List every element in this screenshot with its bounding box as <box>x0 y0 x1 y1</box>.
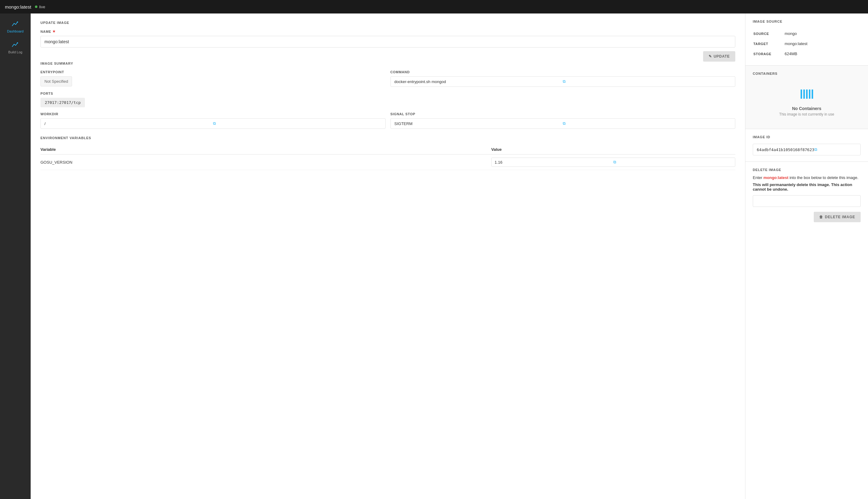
port-badge: 27017:27017/tcp <box>40 98 85 107</box>
env-table: Variable Value GOSU_VERSION 1.16 ⧉ <box>40 145 735 170</box>
no-containers: No Containers This image is not currrent… <box>753 80 861 123</box>
svg-point-1 <box>17 42 18 44</box>
image-id-section: IMAGE ID 64adbf4a41b1050168f87623 ⧉ <box>745 129 868 162</box>
pencil-icon: ✎ <box>709 54 712 59</box>
target-value: mongo:latest <box>785 39 860 48</box>
command-value: docker-entrypoint.sh mongod <box>394 80 563 84</box>
entrypoint-command-grid: ENTRYPOINT Not Specified COMMAND docker-… <box>40 70 735 87</box>
env-variable-name: GOSU_VERSION <box>40 155 491 170</box>
status-dot <box>35 5 37 8</box>
workdir-label: WORKDIR <box>40 112 386 116</box>
required-star: ★ <box>52 29 56 33</box>
svg-rect-3 <box>803 89 805 99</box>
env-copy-icon[interactable]: ⧉ <box>613 160 732 165</box>
svg-rect-5 <box>809 89 810 99</box>
workdir-box: / ⧉ <box>40 118 386 129</box>
storage-key: STORAGE <box>753 49 784 59</box>
ports-label: PORTS <box>40 92 735 95</box>
target-row: TARGET mongo:latest <box>753 39 860 48</box>
env-col-value: Value <box>491 145 735 155</box>
status-badge: live <box>35 4 45 9</box>
command-group: COMMAND docker-entrypoint.sh mongod ⧉ <box>390 70 736 87</box>
topbar: mongo:latest live <box>0 0 868 13</box>
image-id-box: 64adbf4a41b1050168f87623 ⧉ <box>753 144 861 155</box>
sidebar-item-build-log[interactable]: Build Log <box>0 37 30 58</box>
no-containers-sub: This image is not currrently in use <box>779 112 834 117</box>
env-variable-value: 1.16 <box>495 160 613 165</box>
main-layout: Dashboard Build Log UPDATE IMAGE NAME ★ <box>0 13 868 499</box>
env-col-variable: Variable <box>40 145 491 155</box>
right-panel: IMAGE SOURCE SOURCE mongo TARGET mongo:l… <box>745 13 868 499</box>
signal-stop-box: SIGTERM ⧉ <box>390 118 736 129</box>
env-variable-value-cell: 1.16 ⧉ <box>491 155 735 170</box>
table-row: GOSU_VERSION 1.16 ⧉ <box>40 155 735 170</box>
workdir-copy-icon[interactable]: ⧉ <box>213 121 382 126</box>
delete-warning: This will permanantely delete this image… <box>753 182 861 192</box>
delete-image-section: DELETE IMAGE Enter mongo:latest into the… <box>745 162 868 218</box>
image-summary-section: IMAGE SUMMARY ENTRYPOINT Not Specified C… <box>40 62 735 129</box>
containers-title: CONTAINERS <box>753 72 861 75</box>
svg-rect-2 <box>800 89 802 99</box>
container-icon <box>799 86 814 103</box>
source-key: SOURCE <box>753 29 784 38</box>
env-variables-section: ENVIRONMENT VARIABLES Variable Value GOS… <box>40 136 735 170</box>
image-source-section: IMAGE SOURCE SOURCE mongo TARGET mongo:l… <box>745 13 868 65</box>
delete-image-title: DELETE IMAGE <box>753 168 861 172</box>
svg-rect-6 <box>811 89 813 99</box>
command-label: COMMAND <box>390 70 736 74</box>
delete-image-name-highlight: mongo:latest <box>763 175 788 180</box>
delete-image-button[interactable]: 🗑 DELETE IMAGE <box>814 212 861 222</box>
workdir-group: WORKDIR / ⧉ <box>40 112 386 129</box>
image-id-title: IMAGE ID <box>753 135 861 139</box>
image-source-table: SOURCE mongo TARGET mongo:latest STORAGE… <box>753 28 861 59</box>
ports-section: PORTS 27017:27017/tcp <box>40 92 735 107</box>
update-button[interactable]: ✎ UPDATE <box>703 51 736 62</box>
target-key: TARGET <box>753 39 784 48</box>
entrypoint-group: ENTRYPOINT Not Specified <box>40 70 386 87</box>
image-id-copy-icon[interactable]: ⧉ <box>814 147 857 152</box>
storage-value: 624MB <box>785 49 860 59</box>
update-image-title: UPDATE IMAGE <box>40 21 735 25</box>
trash-icon: 🗑 <box>819 215 823 219</box>
workdir-value: / <box>45 121 213 126</box>
command-copy-icon[interactable]: ⧉ <box>563 79 731 84</box>
dashboard-icon <box>11 20 20 28</box>
name-field-label: NAME ★ <box>40 29 735 33</box>
source-value: mongo <box>785 29 860 38</box>
name-input[interactable] <box>40 36 735 48</box>
sidebar-item-dashboard[interactable]: Dashboard <box>0 16 30 37</box>
left-panel: UPDATE IMAGE NAME ★ ✎ UPDATE IMAGE SUMMA… <box>30 13 745 499</box>
command-box: docker-entrypoint.sh mongod ⧉ <box>390 76 736 87</box>
update-image-section: UPDATE IMAGE NAME ★ ✎ UPDATE <box>40 21 735 48</box>
entrypoint-label: ENTRYPOINT <box>40 70 386 74</box>
svg-point-0 <box>17 22 18 23</box>
no-containers-title: No Containers <box>792 106 821 111</box>
app-title: mongo:latest <box>5 4 31 10</box>
entrypoint-value: Not Specified <box>40 76 72 86</box>
status-label: live <box>39 4 45 9</box>
containers-section: CONTAINERS No Containers This image i <box>745 65 868 129</box>
image-summary-title: IMAGE SUMMARY <box>40 62 735 65</box>
env-variables-title: ENVIRONMENT VARIABLES <box>40 136 735 140</box>
sidebar-dashboard-label: Dashboard <box>7 29 24 33</box>
delete-confirm-input[interactable] <box>753 195 861 207</box>
content-area: UPDATE IMAGE NAME ★ ✎ UPDATE IMAGE SUMMA… <box>30 13 868 499</box>
delete-description: Enter mongo:latest into the box below to… <box>753 175 861 180</box>
workdir-signal-grid: WORKDIR / ⧉ SIGNAL STOP SIGTERM ⧉ <box>40 112 735 129</box>
image-id-value: 64adbf4a41b1050168f87623 <box>757 147 814 152</box>
signal-stop-group: SIGNAL STOP SIGTERM ⧉ <box>390 112 736 129</box>
signal-stop-value: SIGTERM <box>394 121 563 126</box>
svg-rect-4 <box>806 89 808 99</box>
sidebar: Dashboard Build Log <box>0 13 30 499</box>
storage-row: STORAGE 624MB <box>753 49 860 59</box>
source-row: SOURCE mongo <box>753 29 860 38</box>
signal-stop-label: SIGNAL STOP <box>390 112 736 116</box>
signal-stop-copy-icon[interactable]: ⧉ <box>563 121 731 126</box>
build-log-icon <box>11 40 20 49</box>
image-source-title: IMAGE SOURCE <box>753 20 861 23</box>
sidebar-build-log-label: Build Log <box>8 50 22 54</box>
archive-icon <box>799 86 814 102</box>
